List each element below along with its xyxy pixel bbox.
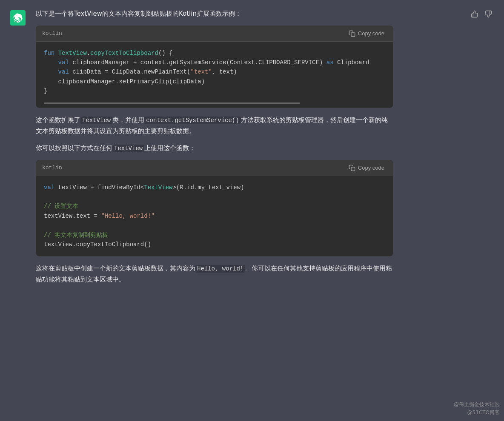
thumbs-down-button[interactable] [483,9,494,20]
chat-area: 以下是一个将TextView的文本内容复制到粘贴板的Kotlin扩展函数示例： … [0,0,504,421]
message-col: 以下是一个将TextView的文本内容复制到粘贴板的Kotlin扩展函数示例： … [36,9,419,291]
chatgpt-logo-icon [13,13,23,23]
copy-icon-1 [349,30,355,37]
conclusion-text: 这将在剪贴板中创建一个新的文本剪贴板数据，其内容为Hello, world!。你… [36,263,393,285]
watermark-line-2: @51CTO博客 [454,409,500,417]
code-block-2: kotlin Copy code val textView = findView… [36,160,393,257]
copy-label-2: Copy code [358,165,384,171]
intro-text-2: 你可以按照以下方式在任何TextView上使用这个函数： [36,143,393,154]
thumbs-up-icon [471,10,478,18]
code-content-2: val textView = findViewById<TextView>(R.… [36,176,393,256]
svg-rect-0 [351,33,355,37]
code-block-1-header: kotlin Copy code [36,26,393,42]
avatar-col [10,9,36,291]
code-lang-2: kotlin [42,165,62,171]
code-block-2-header: kotlin Copy code [36,160,393,176]
thumbs-up-button[interactable] [469,9,480,20]
page-container: 以下是一个将TextView的文本内容复制到粘贴板的Kotlin扩展函数示例： … [0,0,504,421]
assistant-message-row: 以下是一个将TextView的文本内容复制到粘贴板的Kotlin扩展函数示例： … [0,0,504,300]
scrollbar-indicator-1 [44,102,385,104]
watermark-line-1: @稀土掘金技术社区 [454,401,500,409]
explanation-1: 这个函数扩展了TextView类，并使用context.getSystemSer… [36,115,393,137]
copy-icon-2 [349,165,355,171]
copy-button-1[interactable]: Copy code [346,29,387,38]
code-block-1: kotlin Copy code fun TextView.copyTextTo… [36,26,393,108]
watermark: @稀土掘金技术社区 @51CTO博客 [454,401,500,417]
svg-rect-1 [351,167,355,171]
action-buttons [469,9,494,20]
thumbs-down-icon [484,10,492,18]
intro-text: 以下是一个将TextView的文本内容复制到粘贴板的Kotlin扩展函数示例： [36,9,393,20]
code-lang-1: kotlin [42,30,62,37]
copy-label-1: Copy code [358,30,384,37]
copy-button-2[interactable]: Copy code [346,164,387,172]
code-content-1: fun TextView.copyTextToClipboard() { val… [36,42,393,103]
avatar [10,10,26,26]
